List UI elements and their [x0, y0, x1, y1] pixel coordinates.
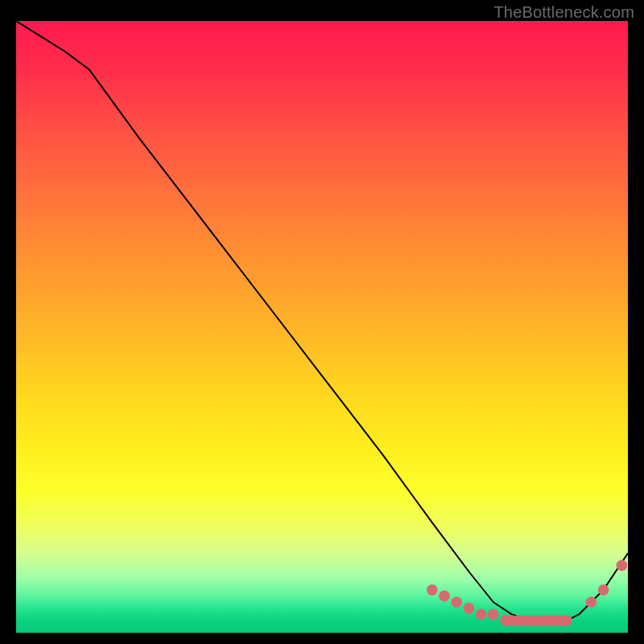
chart-stage: TheBottleneck.com: [0, 0, 644, 644]
data-dot: [488, 609, 499, 620]
data-dot: [598, 584, 609, 596]
data-dot: [464, 603, 475, 614]
data-dot: [476, 609, 487, 620]
valley-dot-cluster: [427, 584, 572, 626]
data-dot: [451, 597, 462, 608]
data-dot: [586, 597, 597, 608]
data-dot: [617, 560, 628, 572]
data-dot: [561, 615, 572, 626]
data-dot: [439, 591, 450, 602]
data-dot: [427, 584, 438, 596]
plot-overlay-svg: [16, 21, 628, 633]
rise-dot-cluster: [586, 560, 628, 608]
curve-line: [16, 21, 628, 621]
watermark-label: TheBottleneck.com: [493, 3, 634, 22]
